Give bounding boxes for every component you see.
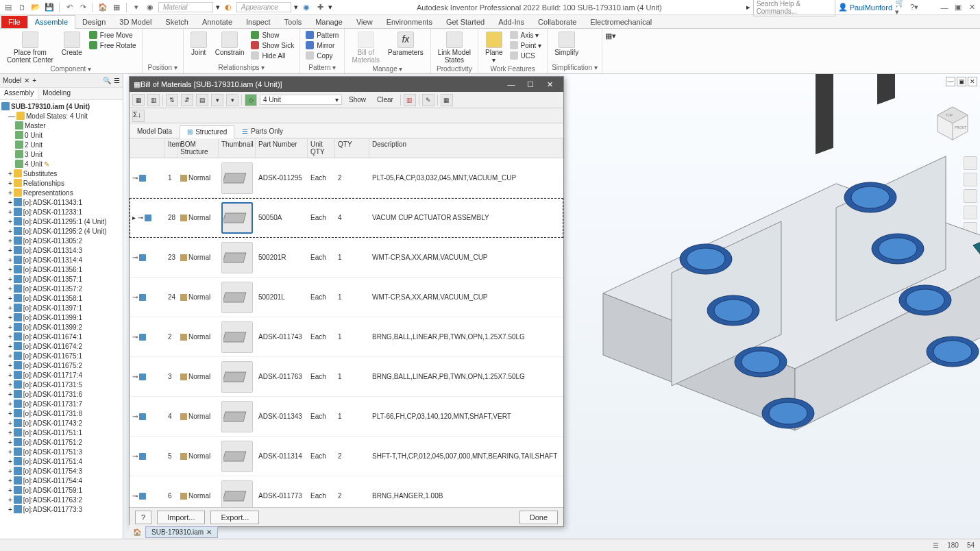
bom-tool-1[interactable]: ▦ (132, 94, 145, 106)
tree-node[interactable]: + [o]:ADSK-011397:1 (1, 303, 121, 313)
constrain-button[interactable]: Constrain (212, 30, 247, 58)
bom-tool-3[interactable]: ⇅ (166, 94, 178, 106)
measure-icon[interactable]: ✚ (315, 2, 326, 13)
tree-node[interactable]: + [o]:ADSK-011751:3 (1, 447, 121, 456)
hide-all-button[interactable]: Hide All (249, 51, 295, 60)
bom-tab-structured[interactable]: ⊞Structured (180, 125, 234, 138)
col-description[interactable]: Description (369, 138, 563, 158)
new-icon[interactable]: 🗋 (16, 2, 27, 13)
bom-tool-4[interactable]: ⇵ (181, 94, 193, 106)
tab-manage[interactable]: Manage (308, 16, 350, 28)
undo-icon[interactable]: ↶ (64, 2, 75, 13)
tree-node[interactable]: + Representations (1, 188, 121, 197)
bom-sort-icon[interactable]: Σ↓ (132, 110, 145, 122)
doc-tab-close-icon[interactable]: ✕ (206, 528, 212, 536)
bom-tool-6[interactable]: ▾ (211, 94, 223, 106)
tab-environments[interactable]: Environments (380, 16, 439, 28)
tree-node[interactable]: + [o]:ADSK-011759:1 (1, 485, 121, 495)
home-icon[interactable]: 🏠 (97, 2, 108, 13)
appearance-icon[interactable]: ◐ (223, 2, 234, 13)
tree-node[interactable]: + [o]:ADSK-011674:2 (1, 341, 121, 351)
tree-node[interactable]: + [o]:ADSK-011675:1 (1, 351, 121, 360)
copy-button[interactable]: Copy (304, 51, 340, 60)
tree-node[interactable]: + [o]:ADSK-011295:2 (4 Unit) (1, 226, 121, 236)
tree-node[interactable]: + [o]:ADSK-011399:2 (1, 322, 121, 332)
bom-row[interactable]: ⊸1 NormalADSK-011295Each2PLT-05,FA,CP,03… (130, 158, 563, 198)
bom-row[interactable]: ⊸3 NormalADSK-011763Each1BRNG,BALL,LINEA… (130, 357, 563, 397)
bom-unit-selector[interactable]: 4 Unit ▾ (260, 95, 342, 105)
free-rotate-button[interactable]: Free Rotate (88, 40, 138, 50)
ribbon-overflow-icon[interactable]: ▦▾ (605, 32, 616, 40)
tree-node[interactable]: + [o]:ADSK-011754:4 (1, 476, 121, 485)
col-item[interactable]: Item (165, 138, 177, 158)
tree-node[interactable]: + Relationships (1, 178, 121, 188)
tree-node[interactable]: + [o]:ADSK-011763:2 (1, 495, 121, 504)
bom-row[interactable]: ⊸4 NormalADSK-011343Each1PLT-66,FH,CP,03… (130, 397, 563, 437)
bom-export-button[interactable]: Export... (210, 511, 259, 524)
tab-3d-model[interactable]: 3D Model (112, 16, 158, 28)
browser-close-icon[interactable]: ✕ (24, 77, 29, 84)
tree-node[interactable]: + [o]:ADSK-011751:1 (1, 428, 121, 437)
bom-tool-7[interactable]: ▾ (226, 94, 238, 106)
browser-tab-assembly[interactable]: Assembly (0, 88, 38, 99)
tree-node[interactable]: + [o]:ADSK-011357:2 (1, 284, 121, 293)
tree-node[interactable]: 4 Unit ✎ (1, 159, 121, 169)
create-button[interactable]: Create (59, 30, 85, 58)
col-bom-structure[interactable]: BOM Structure (177, 138, 219, 158)
redo-icon[interactable]: ↷ (77, 2, 88, 13)
tree-node[interactable]: + [o]:ADSK-011314:4 (1, 255, 121, 265)
tree-node[interactable]: + [o]:ADSK-011731:8 (1, 408, 121, 418)
minimize-icon[interactable]: — (939, 2, 950, 13)
show-sick-button[interactable]: Show Sick (249, 40, 295, 50)
pattern-button[interactable]: Pattern (304, 30, 340, 40)
tree-node[interactable]: + [o]:ADSK-011357:1 (1, 274, 121, 284)
ribbon-group-label[interactable]: Pattern ▾ (304, 64, 340, 72)
tree-node[interactable]: + [o]:ADSK-011731:6 (1, 389, 121, 399)
col-unit-qty[interactable]: Unit QTY (308, 138, 335, 158)
bom-maximize-icon[interactable]: ☐ (521, 78, 540, 90)
tree-node[interactable]: + [o]:ADSK-011305:2 (1, 236, 121, 245)
bom-row[interactable]: ⊸5 NormalADSK-011314Each2SHFT-T,TH,CP,01… (130, 437, 563, 476)
bom-tool-5[interactable]: ▤ (196, 94, 208, 106)
bom-tool-10[interactable]: ▦ (441, 94, 453, 106)
ribbon-group-label[interactable]: Relationships ▾ (188, 64, 296, 72)
link-model-states-button[interactable]: Link Model States (435, 30, 474, 65)
bom-help-button[interactable]: ? (135, 511, 151, 524)
tree-node[interactable]: + [o]:ADSK-011754:3 (1, 466, 121, 476)
tab-sketch[interactable]: Sketch (158, 16, 195, 28)
ribbon-group-label[interactable]: Position ▾ (147, 64, 179, 72)
axis-button[interactable]: Axis ▾ (509, 30, 543, 40)
team-icon[interactable]: ▦ (111, 2, 122, 13)
bom-tool-2[interactable]: ▥ (147, 94, 160, 106)
tab-get-started[interactable]: Get Started (439, 16, 491, 28)
user-account[interactable]: 👤PaulMunford (838, 3, 892, 12)
bom-show-button[interactable]: Show (345, 95, 370, 104)
tree-node[interactable]: + [o]:ADSK-011675:2 (1, 360, 121, 370)
material-icon[interactable]: ◉ (145, 2, 156, 13)
bom-row[interactable]: ⊸24 Normal500201LEach1WMT-CP,SA,XX,ARM,V… (130, 278, 563, 317)
free-move-button[interactable]: Free Move (88, 30, 138, 40)
tree-node[interactable]: + [o]:ADSK-011773:3 (1, 504, 121, 514)
tree-node[interactable]: + [o]:ADSK-011343:1 (1, 197, 121, 207)
open-icon[interactable]: 📂 (30, 2, 41, 13)
bom-import-button[interactable]: Import... (157, 511, 205, 524)
tab-inspect[interactable]: Inspect (239, 16, 277, 28)
tab-view[interactable]: View (350, 16, 380, 28)
tree-node[interactable]: + [o]:ADSK-011751:4 (1, 456, 121, 466)
tree-node[interactable]: + [o]:ADSK-011731:5 (1, 380, 121, 389)
tab-assemble[interactable]: Assemble (27, 15, 75, 29)
app-icon[interactable]: ▤ (3, 2, 14, 13)
material-dropdown[interactable]: Material (158, 2, 213, 12)
color-icon[interactable]: ◉ (301, 2, 312, 13)
tree-node[interactable]: + [o]:ADSK-011743:2 (1, 418, 121, 428)
tree-node[interactable]: SUB-179310.iam (4 Unit) (1, 101, 121, 111)
tree-node[interactable]: + [o]:ADSK-011717:4 (1, 370, 121, 380)
tab-add-ins[interactable]: Add-Ins (491, 16, 531, 28)
ribbon-group-label[interactable]: Component ▾ (4, 65, 138, 73)
tree-node[interactable]: + [o]:ADSK-011399:1 (1, 313, 121, 322)
tree-node[interactable]: + Substitutes (1, 169, 121, 178)
select-icon[interactable]: ▾ (131, 2, 142, 13)
tab-file[interactable]: File (1, 16, 27, 28)
browser-search-icon[interactable]: 🔍 (103, 77, 111, 84)
bom-close-icon[interactable]: ✕ (540, 78, 559, 90)
